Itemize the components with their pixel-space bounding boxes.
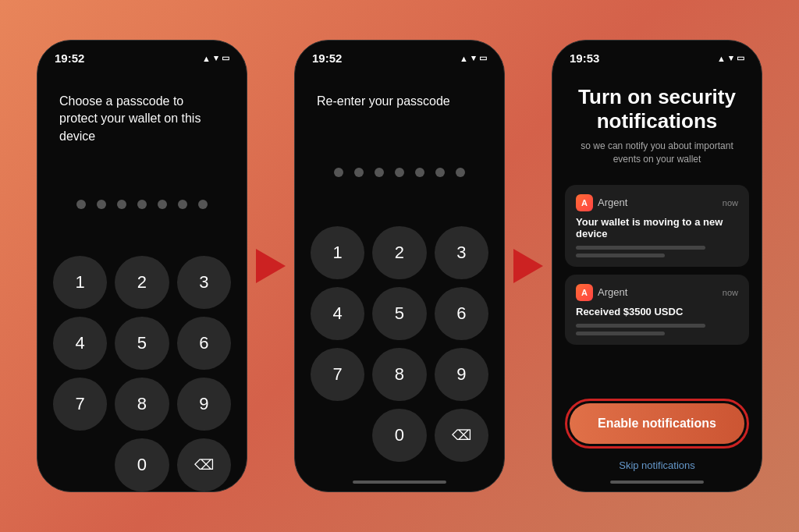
security-title: Turn on security notifications bbox=[568, 85, 746, 133]
status-time-1: 19:52 bbox=[55, 51, 84, 65]
key-2[interactable]: 2 bbox=[115, 256, 169, 309]
notif-bar-short-2 bbox=[576, 332, 665, 335]
dot bbox=[97, 200, 106, 209]
wifi-icon: ▾ bbox=[471, 53, 476, 63]
key-8[interactable]: 8 bbox=[372, 348, 426, 401]
signal-icon: ▲ bbox=[460, 54, 468, 63]
notif-app-name-2: Argent bbox=[598, 286, 627, 298]
status-bar-3: 19:53 ▲ ▾ ▭ bbox=[552, 41, 762, 69]
notif-card-header-2: A Argent now bbox=[576, 284, 738, 301]
key-0[interactable]: 0 bbox=[372, 409, 426, 462]
status-bar-2: 19:52 ▲ ▾ ▭ bbox=[295, 41, 504, 69]
dot bbox=[198, 200, 208, 209]
keypad-1: 1 2 3 4 5 6 7 8 9 0 ⌫ bbox=[37, 256, 247, 492]
status-time-3: 19:53 bbox=[570, 51, 599, 65]
skip-notifications-button[interactable]: Skip notifications bbox=[552, 453, 762, 477]
notif-time-2: now bbox=[723, 288, 738, 297]
enable-btn-wrapper: Enable notifications bbox=[552, 391, 762, 453]
key-empty bbox=[53, 438, 107, 491]
key-1[interactable]: 1 bbox=[53, 256, 107, 309]
status-icons-2: ▲ ▾ ▭ bbox=[460, 53, 487, 63]
key-7[interactable]: 7 bbox=[311, 348, 364, 401]
signal-icon: ▲ bbox=[717, 54, 726, 63]
key-6[interactable]: 6 bbox=[177, 317, 231, 370]
dot bbox=[158, 200, 167, 209]
key-1[interactable]: 1 bbox=[311, 226, 364, 279]
key-2[interactable]: 2 bbox=[372, 226, 426, 279]
dot bbox=[375, 168, 384, 177]
keypad-2: 1 2 3 4 5 6 7 8 9 0 ⌫ bbox=[295, 226, 504, 477]
signal-icon: ▲ bbox=[202, 54, 211, 63]
key-7[interactable]: 7 bbox=[53, 378, 107, 431]
phone-3: 19:53 ▲ ▾ ▭ Turn on security notificatio… bbox=[552, 40, 762, 492]
key-3[interactable]: 3 bbox=[177, 256, 231, 309]
key-backspace[interactable]: ⌫ bbox=[435, 409, 488, 462]
notif-time-1: now bbox=[723, 198, 738, 207]
key-8[interactable]: 8 bbox=[115, 378, 169, 431]
dot bbox=[178, 200, 187, 209]
status-time-2: 19:52 bbox=[312, 51, 342, 65]
phone-2: 19:52 ▲ ▾ ▭ Re-enter your passcode 1 2 bbox=[294, 40, 505, 492]
phones-container: 19:52 ▲ ▾ ▭ Choose a passcode to protect… bbox=[21, 24, 778, 508]
notif-title-section: Turn on security notifications so we can… bbox=[552, 69, 762, 174]
security-subtitle: so we can notify you about important eve… bbox=[568, 140, 746, 166]
notif-bar-1 bbox=[576, 246, 705, 250]
battery-icon: ▭ bbox=[222, 53, 229, 63]
notif-bar-short-1 bbox=[576, 254, 665, 257]
passcode-title-2: Re-enter your passcode bbox=[295, 69, 504, 110]
dot bbox=[117, 200, 126, 209]
wifi-icon: ▾ bbox=[214, 53, 218, 63]
dot bbox=[354, 168, 364, 177]
dot bbox=[76, 200, 86, 209]
argent-icon-2: A bbox=[576, 284, 593, 301]
dot bbox=[456, 168, 465, 177]
key-4[interactable]: 4 bbox=[311, 287, 364, 340]
notif-body-1: Your wallet is moving to a new device bbox=[576, 216, 738, 239]
key-6[interactable]: 6 bbox=[435, 287, 488, 340]
phone-1: 19:52 ▲ ▾ ▭ Choose a passcode to protect… bbox=[37, 40, 247, 492]
dot bbox=[395, 168, 404, 177]
key-9[interactable]: 9 bbox=[177, 378, 231, 431]
passcode-dots-2 bbox=[295, 110, 504, 226]
passcode-dots-1 bbox=[37, 145, 247, 256]
key-0[interactable]: 0 bbox=[115, 438, 169, 491]
key-5[interactable]: 5 bbox=[115, 317, 169, 370]
arrow-1 bbox=[256, 249, 286, 283]
arrow-2 bbox=[513, 249, 543, 283]
home-indicator-3 bbox=[610, 481, 704, 484]
battery-icon: ▭ bbox=[737, 53, 744, 63]
dot bbox=[435, 168, 445, 177]
key-5[interactable]: 5 bbox=[372, 287, 426, 340]
status-icons-3: ▲ ▾ ▭ bbox=[717, 53, 744, 63]
notif-bar-2 bbox=[576, 324, 705, 328]
battery-icon: ▭ bbox=[479, 53, 487, 63]
status-bar-1: 19:52 ▲ ▾ ▭ bbox=[37, 41, 247, 69]
enable-btn-highlight: Enable notifications bbox=[565, 399, 749, 449]
notif-body-2: Received $3500 USDC bbox=[576, 306, 738, 317]
wifi-icon: ▾ bbox=[729, 53, 733, 63]
key-3[interactable]: 3 bbox=[435, 226, 488, 279]
notif-card-2: A Argent now Received $3500 USDC bbox=[565, 275, 749, 345]
key-empty bbox=[311, 409, 364, 462]
argent-icon-1: A bbox=[576, 194, 593, 211]
arrow-2-container bbox=[505, 249, 552, 283]
dot bbox=[334, 168, 343, 177]
key-backspace[interactable]: ⌫ bbox=[177, 438, 231, 491]
dot bbox=[415, 168, 424, 177]
status-icons-1: ▲ ▾ ▭ bbox=[202, 53, 229, 63]
enable-notifications-button[interactable]: Enable notifications bbox=[570, 403, 744, 444]
home-indicator-2 bbox=[353, 481, 446, 484]
dot bbox=[137, 200, 147, 209]
key-9[interactable]: 9 bbox=[435, 348, 488, 401]
notif-card-left-1: A Argent bbox=[576, 194, 627, 211]
passcode-title-1: Choose a passcode to protect your wallet… bbox=[37, 69, 247, 145]
notif-app-name-1: Argent bbox=[598, 197, 627, 208]
notif-card-left-2: A Argent bbox=[576, 284, 627, 301]
notification-cards: A Argent now Your wallet is moving to a … bbox=[552, 174, 762, 391]
notif-card-1: A Argent now Your wallet is moving to a … bbox=[565, 185, 749, 267]
notif-card-header-1: A Argent now bbox=[576, 194, 738, 211]
key-4[interactable]: 4 bbox=[53, 317, 107, 370]
arrow-1-container bbox=[247, 249, 294, 283]
